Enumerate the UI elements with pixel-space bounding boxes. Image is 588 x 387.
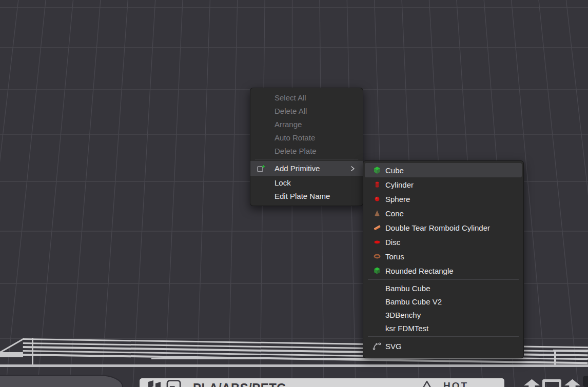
bambu-logo-icon xyxy=(148,380,162,387)
submenu-chevron-icon xyxy=(348,165,357,173)
plate-edge-stub xyxy=(0,352,23,357)
submenu-item-label: ksr FDMTest xyxy=(385,324,428,333)
menu-item-label: Lock xyxy=(275,178,291,187)
submenu-item-ksr-fdmtest[interactable]: ksr FDMTest xyxy=(363,321,523,335)
submenu-item-cylinder[interactable]: Cylinder xyxy=(363,177,523,192)
submenu-item-bambu-cube[interactable]: Bambu Cube xyxy=(363,281,523,295)
menu-item-label: Select All xyxy=(275,93,306,102)
menu-item-add-primitive[interactable]: Add Primitive xyxy=(250,161,363,176)
submenu-item-label: Disc xyxy=(385,238,400,247)
menu-item-select-all: Select All xyxy=(250,91,363,104)
plate-up-arrow-icon xyxy=(564,379,581,387)
disc-icon xyxy=(368,238,385,246)
plate-edge-diagonal xyxy=(0,338,24,353)
submenu-item-label: Double Tear Romboid Cylinder xyxy=(385,223,490,232)
context-menu: Select All Delete All Arrange Auto Rotat… xyxy=(250,88,363,206)
submenu-separator xyxy=(368,279,519,280)
submenu-item-label: Cube xyxy=(385,166,404,175)
menu-item-edit-plate-name[interactable]: Edit Plate Name xyxy=(250,189,363,202)
menu-item-arrange: Arrange xyxy=(250,117,363,131)
submenu-item-label: Cone xyxy=(385,209,404,218)
submenu-item-disc[interactable]: Disc xyxy=(363,235,523,249)
submenu-item-label: 3DBenchy xyxy=(385,311,421,319)
submenu-item-bambu-cube-v2[interactable]: Bambu Cube V2 xyxy=(363,295,523,308)
cube-icon xyxy=(368,166,385,174)
menu-item-label: Arrange xyxy=(275,120,302,129)
plate-front-edge xyxy=(0,364,588,368)
menu-item-label: Auto Rotate xyxy=(275,133,315,142)
menu-item-label: Delete Plate xyxy=(275,147,317,155)
submenu-item-svg[interactable]: SVG xyxy=(363,338,523,354)
submenu-item-label: Torus xyxy=(385,252,404,261)
submenu-item-torus[interactable]: Torus xyxy=(363,249,523,263)
torus-icon xyxy=(368,252,385,260)
hot-warning-icon xyxy=(420,380,434,387)
viewport-canvas[interactable]: PLA/ABS/PETG HOT Select All Delete All A… xyxy=(0,0,588,387)
hot-warning-label: HOT xyxy=(443,380,468,387)
menu-separator xyxy=(255,159,358,159)
add-primitive-icon xyxy=(257,164,266,173)
menu-item-auto-rotate: Auto Rotate xyxy=(250,131,363,144)
submenu-item-sphere[interactable]: Sphere xyxy=(363,192,523,206)
submenu-item-cone[interactable]: Cone xyxy=(363,206,523,220)
menu-item-lock[interactable]: Lock xyxy=(250,176,363,189)
submenu-separator xyxy=(368,336,519,337)
add-primitive-submenu: Cube Cylinder Sphere xyxy=(363,160,524,358)
menu-item-label: Edit Plate Name xyxy=(275,192,330,200)
menu-item-delete-plate: Delete Plate xyxy=(250,144,363,157)
submenu-item-label: SVG xyxy=(385,342,402,351)
submenu-item-3dbenchy[interactable]: 3DBenchy xyxy=(363,308,523,321)
plate-up-arrow-icon xyxy=(523,379,540,387)
rounded-rectangle-icon xyxy=(368,267,385,275)
plate-label-strip: PLA/ABS/PETG HOT xyxy=(140,378,504,387)
submenu-item-label: Rounded Rectangle xyxy=(385,267,454,275)
plate-edge-post-left xyxy=(32,338,33,365)
submenu-item-double-tear-romboid-cylinder[interactable]: Double Tear Romboid Cylinder xyxy=(363,220,523,235)
svg-bezier-icon xyxy=(368,341,385,351)
cylinder-icon xyxy=(368,180,385,189)
plate-badge-icon xyxy=(165,380,183,387)
submenu-item-rounded-rectangle[interactable]: Rounded Rectangle xyxy=(363,263,523,278)
cone-icon xyxy=(368,209,385,217)
menu-item-label: Delete All xyxy=(275,107,307,115)
submenu-item-label: Bambu Cube V2 xyxy=(385,297,442,306)
menu-item-label: Add Primitive xyxy=(275,164,320,173)
plate-edge-line-right xyxy=(553,350,588,351)
plate-corner-tab xyxy=(0,375,123,387)
plate-square-marking xyxy=(542,379,561,387)
submenu-item-cube[interactable]: Cube xyxy=(365,163,522,177)
romboid-cylinder-icon xyxy=(368,223,385,232)
sphere-icon xyxy=(368,195,385,203)
submenu-item-label: Bambu Cube xyxy=(385,284,430,293)
plate-side-knob xyxy=(583,376,588,387)
submenu-item-label: Cylinder xyxy=(385,180,414,189)
submenu-item-label: Sphere xyxy=(385,195,410,203)
menu-item-delete-all: Delete All xyxy=(250,104,363,117)
plate-surface-label: PLA/ABS/PETG xyxy=(193,380,286,387)
